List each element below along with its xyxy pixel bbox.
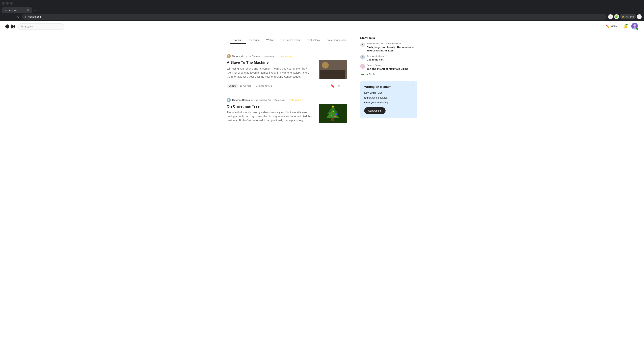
pick-source: Joan Westenberg bbox=[366, 55, 417, 57]
time-ago: 3 days ago bbox=[264, 55, 275, 57]
grow-readership-link[interactable]: Grow your readership bbox=[364, 101, 413, 104]
pick-source: Wikimedia in Down the Rabbit Hole bbox=[366, 42, 417, 45]
expert-writing-advice-link[interactable]: Expert writing advice bbox=[364, 96, 413, 99]
pick-info: Quentin Septer Zen and the Art of Mounta… bbox=[366, 64, 417, 70]
article-title[interactable]: A Slave To The Machine bbox=[227, 60, 314, 65]
tab-for-you[interactable]: For you bbox=[230, 36, 246, 44]
tab-entrepreneurship[interactable]: Entrepreneurship bbox=[323, 36, 347, 44]
new-tab-button[interactable]: + bbox=[33, 8, 38, 13]
tab-favicon bbox=[5, 9, 8, 11]
writing-card-title: Writing on Medium bbox=[364, 85, 413, 89]
write-icon: ✏️ bbox=[606, 25, 610, 28]
tab-close-button[interactable]: ✕ bbox=[26, 8, 30, 11]
search-bar[interactable]: 🔍 Search bbox=[18, 23, 64, 30]
navbar-actions: ☆ 🧩 🕵️ Incognito ⋮ bbox=[608, 14, 642, 19]
pick-source: Quentin Septer bbox=[366, 64, 417, 66]
author-avatar: N bbox=[227, 54, 231, 58]
maximize-window-button[interactable]: □ bbox=[10, 2, 13, 5]
svg-point-14 bbox=[327, 66, 329, 68]
hide-button[interactable]: ⊖ bbox=[337, 83, 341, 88]
membership-badge: ✦ bbox=[636, 27, 639, 30]
forward-button[interactable]: → bbox=[9, 14, 14, 19]
close-window-button[interactable]: ✕ bbox=[2, 2, 5, 5]
notification-dot bbox=[626, 24, 628, 25]
minimize-window-button[interactable]: – bbox=[6, 2, 9, 5]
extensions-button[interactable]: 🧩 bbox=[614, 14, 619, 19]
reload-button[interactable]: ↻ bbox=[16, 14, 21, 19]
pick-title[interactable]: Birds, bugs, and beauty: The winners of … bbox=[366, 45, 417, 52]
article-footer-actions: 🔖 ⊖ ··· bbox=[330, 83, 347, 88]
in-label: in bbox=[251, 99, 253, 101]
tab-title: Medium bbox=[9, 9, 16, 11]
tab-writing[interactable]: Writing bbox=[263, 36, 278, 44]
sidebar: Staff Picks W Wikimedia in Down the Rabb… bbox=[360, 36, 417, 130]
article-meta: N Natasha MH ✔ in Ellemeno · 3 days ago … bbox=[227, 54, 347, 58]
article-body: Oh Christmas Tree The one that was chose… bbox=[227, 104, 347, 125]
back-button[interactable]: ← bbox=[2, 14, 8, 19]
browser-navbar: ← → ↻ 🔒 medium.com ☆ 🧩 🕵️ Incognito ⋮ bbox=[0, 13, 644, 21]
new-writer-faq-link[interactable]: New writer FAQ bbox=[364, 91, 413, 94]
tab-technology[interactable]: Technology bbox=[304, 36, 323, 44]
write-button[interactable]: ✏️ Write bbox=[604, 23, 619, 30]
svg-rect-20 bbox=[342, 62, 346, 66]
article-card: C Catherine Oceano in The Narrative Arc … bbox=[227, 93, 347, 130]
svg-point-28 bbox=[331, 115, 332, 116]
article-excerpt: The one that was chosen by a democratica… bbox=[227, 110, 314, 122]
selected-label: Selected for you bbox=[256, 85, 272, 87]
member-badge: ✦ Member-only bbox=[278, 55, 294, 57]
start-writing-button[interactable]: Start writing bbox=[364, 107, 386, 114]
window-controls: ✕ – □ bbox=[2, 2, 13, 5]
svg-rect-15 bbox=[332, 67, 334, 73]
publication-name[interactable]: The Narrative Arc bbox=[254, 99, 271, 101]
more-options-button[interactable]: ··· bbox=[343, 83, 347, 88]
browser-titlebar: ✕ – □ bbox=[0, 0, 644, 7]
svg-rect-13 bbox=[327, 68, 329, 73]
article-tag[interactable]: Culture bbox=[227, 84, 238, 88]
pick-title[interactable]: Get in the Van. bbox=[366, 58, 417, 61]
save-button[interactable]: 🔖 bbox=[330, 83, 335, 88]
svg-rect-10 bbox=[319, 60, 347, 70]
bookmark-button[interactable]: ☆ bbox=[608, 14, 613, 19]
member-badge: ✦ Member-only bbox=[288, 99, 304, 101]
address-bar[interactable]: 🔒 medium.com bbox=[22, 14, 606, 19]
see-full-list-link[interactable]: See the full list bbox=[360, 73, 417, 76]
svg-point-27 bbox=[336, 113, 337, 115]
pick-title[interactable]: Zen and the Art of Mountain Biking bbox=[366, 67, 417, 70]
svg-point-5 bbox=[14, 25, 15, 28]
publication-name[interactable]: Ellemeno bbox=[252, 55, 261, 57]
svg-point-16 bbox=[332, 65, 334, 67]
pick-author-avatar: Q bbox=[360, 64, 365, 69]
add-topic-button[interactable]: + bbox=[227, 37, 229, 43]
medium-logo[interactable] bbox=[5, 24, 15, 29]
svg-point-7 bbox=[634, 24, 636, 26]
article-thumbnail[interactable] bbox=[319, 60, 347, 79]
content-area: + For you Following Writing Self Improve… bbox=[221, 32, 422, 134]
search-input[interactable]: Search bbox=[25, 25, 33, 28]
svg-point-29 bbox=[334, 116, 336, 117]
pick-author-avatar: W bbox=[360, 42, 365, 47]
article-excerpt: Will losing your phone and its content m… bbox=[227, 67, 314, 79]
browser-chrome: ✕ – □ Medium ✕ + ← → ↻ 🔒 medium.com ☆ 🧩 … bbox=[0, 0, 644, 21]
author-name[interactable]: Natasha MH bbox=[232, 55, 244, 57]
tab-following[interactable]: Following bbox=[246, 36, 263, 44]
staff-picks-section: Staff Picks W Wikimedia in Down the Rabb… bbox=[360, 36, 417, 76]
svg-rect-24 bbox=[331, 118, 334, 121]
article-thumbnail[interactable] bbox=[319, 104, 347, 123]
article-text: A Slave To The Machine Will losing your … bbox=[227, 60, 314, 81]
tab-self-improvement[interactable]: Self Improvement bbox=[278, 36, 304, 44]
article-meta: C Catherine Oceano in The Narrative Arc … bbox=[227, 98, 347, 102]
incognito-badge: 🕵️ Incognito bbox=[620, 14, 636, 19]
close-card-button[interactable]: ✕ bbox=[410, 83, 415, 88]
svg-point-3 bbox=[5, 24, 10, 28]
author-name[interactable]: Catherine Oceano bbox=[232, 99, 250, 101]
staff-pick-item: W Wikimedia in Down the Rabbit Hole Bird… bbox=[360, 42, 417, 52]
notification-button[interactable]: 🔔 bbox=[622, 23, 628, 30]
read-time: 10 min read bbox=[240, 85, 252, 87]
article-footer: Culture 10 min read · Selected for you 🔖… bbox=[227, 83, 347, 88]
menu-button[interactable]: ⋮ bbox=[636, 14, 642, 19]
browser-tab-medium[interactable]: Medium ✕ bbox=[2, 7, 32, 13]
svg-point-12 bbox=[322, 65, 324, 67]
pick-info: Joan Westenberg Get in the Van. bbox=[366, 55, 417, 61]
article-title[interactable]: Oh Christmas Tree bbox=[227, 104, 314, 109]
user-avatar-wrapper[interactable]: ✦ bbox=[631, 23, 639, 30]
